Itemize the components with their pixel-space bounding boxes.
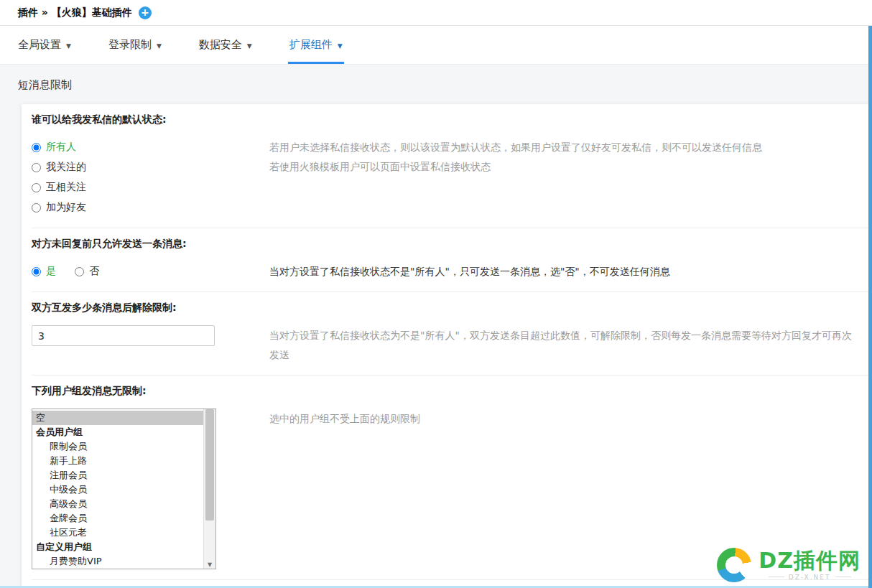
watermark-brand: DZ插件网 — [759, 549, 861, 572]
setting-row-unlock-count: 双方互发多少条消息后解除限制: 当对方设置了私信接收状态为不是"所有人"，双方发… — [22, 292, 868, 375]
radio-input[interactable] — [75, 267, 84, 276]
listbox-scrollbar[interactable]: ▼ — [203, 409, 215, 569]
help-text: 当对方设置了私信接收状态为不是"所有人"，双方发送条目超过此数值，可解除限制，否… — [269, 325, 858, 365]
breadcrumb[interactable]: 插件 » 【火狼】基础插件 — [18, 6, 132, 19]
unlock-count-input[interactable] — [32, 325, 215, 346]
window-scrollbar[interactable] — [868, 26, 872, 588]
chevron-down-icon: ▼ — [157, 42, 162, 50]
tab-label: 数据安全 — [199, 38, 242, 52]
radio-input[interactable] — [32, 183, 41, 192]
listbox-group-header[interactable]: 会员用户组 — [32, 425, 203, 439]
help-line: 若使用火狼模板用户可以页面中设置私信接收状态 — [269, 157, 762, 177]
radio-mutual-follow[interactable]: 互相关注 — [32, 177, 269, 197]
watermark: DZ插件网 DZ-X.NET — [717, 548, 861, 582]
setting-label: 谁可以给我发私信的默认状态: — [32, 113, 858, 126]
setting-row-privacy-default: 谁可以给我发私信的默认状态: 所有人 我关注的 互相关注 — [22, 104, 868, 228]
help-line: 若用户未选择私信接收状态，则以该设置为默认状态，如果用户设置了仅好友可发私信，则… — [269, 138, 762, 157]
listbox-item[interactable]: 月费赞助VIP — [32, 554, 203, 569]
listbox-item[interactable]: 新手上路 — [32, 454, 203, 468]
setting-label: 双方互发多少条消息后解除限制: — [32, 302, 858, 314]
listbox-item[interactable]: 社区元老 — [32, 526, 203, 540]
setting-label: 对方未回复前只允许发送一条消息: — [32, 238, 858, 251]
section-band: 短消息限制 — [0, 65, 872, 105]
listbox-item[interactable]: 注册会员 — [32, 468, 203, 482]
chevron-down-icon: ▼ — [66, 42, 71, 50]
tab-extensions[interactable]: 扩展组件 ▼ — [289, 26, 343, 64]
listbox-item[interactable]: 金牌会员 — [32, 511, 203, 526]
setting-label: 下列用户组发消息无限制: — [32, 385, 858, 398]
tab-global-settings[interactable]: 全局设置 ▼ — [18, 26, 71, 64]
listbox-item[interactable]: 限制会员 — [32, 439, 203, 454]
radio-input[interactable] — [32, 267, 41, 276]
radio-label: 否 — [89, 265, 99, 278]
listbox-item-empty[interactable]: 空 — [32, 411, 203, 425]
usergroup-listbox[interactable]: 空 会员用户组 限制会员 新手上路 注册会员 中级会员 高级会员 金牌会员 社区… — [32, 409, 216, 569]
watermark-domain: DZ-X.NET — [769, 574, 851, 581]
chevron-down-icon: ▼ — [247, 42, 252, 50]
help-text: 当对方设置了私信接收状态不是"所有人"，只可发送一条消息，选"否"，不可发送任何… — [269, 261, 670, 281]
radio-everyone[interactable]: 所有人 — [32, 137, 269, 157]
radio-label: 所有人 — [46, 141, 76, 154]
section-title: 短消息限制 — [18, 78, 72, 92]
help-text: 选中的用户组不受上面的规则限制 — [269, 409, 420, 569]
radio-no[interactable]: 否 — [75, 265, 99, 278]
plus-icon: + — [141, 6, 149, 18]
scrollbar-thumb[interactable] — [205, 409, 214, 521]
setting-row-single-message: 对方未回复前只允许发送一条消息: 是 否 当对方设置了私信接收状态不是 — [22, 228, 868, 292]
listbox-items: 空 会员用户组 限制会员 新手上路 注册会员 中级会员 高级会员 金牌会员 社区… — [32, 409, 203, 569]
tab-label: 全局设置 — [18, 38, 61, 52]
chevron-down-icon: ▼ — [338, 42, 343, 50]
watermark-text: DZ插件网 DZ-X.NET — [759, 549, 861, 581]
listbox-item[interactable]: 高级会员 — [32, 497, 203, 511]
radio-input[interactable] — [32, 203, 41, 213]
radio-input[interactable] — [32, 163, 41, 172]
radio-friends[interactable]: 加为好友 — [32, 197, 269, 218]
listbox-group-header[interactable]: 自定义用户组 — [32, 540, 203, 554]
tab-data-security[interactable]: 数据安全 ▼ — [199, 26, 252, 64]
settings-tab-bar: 全局设置 ▼ 登录限制 ▼ 数据安全 ▼ 扩展组件 ▼ — [0, 26, 872, 65]
radio-group-privacy: 所有人 我关注的 互相关注 加为好友 — [32, 137, 269, 218]
radio-label: 我关注的 — [46, 161, 86, 174]
radio-label: 加为好友 — [46, 201, 86, 214]
topbar: 插件 » 【火狼】基础插件 + — [0, 0, 872, 26]
help-text: 若用户未选择私信接收状态，则以该设置为默认状态，如果用户设置了仅好友可发私信，则… — [269, 137, 762, 218]
settings-panel: 谁可以给我发私信的默认状态: 所有人 我关注的 互相关注 — [22, 104, 868, 588]
radio-input[interactable] — [32, 143, 41, 152]
plugin-settings-page: 插件 » 【火狼】基础插件 + 全局设置 ▼ 登录限制 ▼ 数据安全 ▼ 扩展组… — [0, 0, 872, 588]
listbox-item[interactable]: 中级会员 — [32, 482, 203, 497]
radio-label: 是 — [46, 265, 56, 278]
radio-following[interactable]: 我关注的 — [32, 157, 269, 177]
tab-label: 登录限制 — [108, 38, 152, 52]
add-plugin-button[interactable]: + — [139, 6, 152, 19]
dz-logo-icon — [717, 548, 751, 582]
scroll-down-icon[interactable]: ▼ — [204, 561, 215, 568]
tab-label: 扩展组件 — [289, 38, 333, 52]
radio-yes[interactable]: 是 — [32, 265, 56, 278]
tab-login-limit[interactable]: 登录限制 ▼ — [108, 26, 162, 64]
radio-group-single-message: 是 否 — [32, 261, 269, 281]
radio-label: 互相关注 — [46, 181, 86, 194]
